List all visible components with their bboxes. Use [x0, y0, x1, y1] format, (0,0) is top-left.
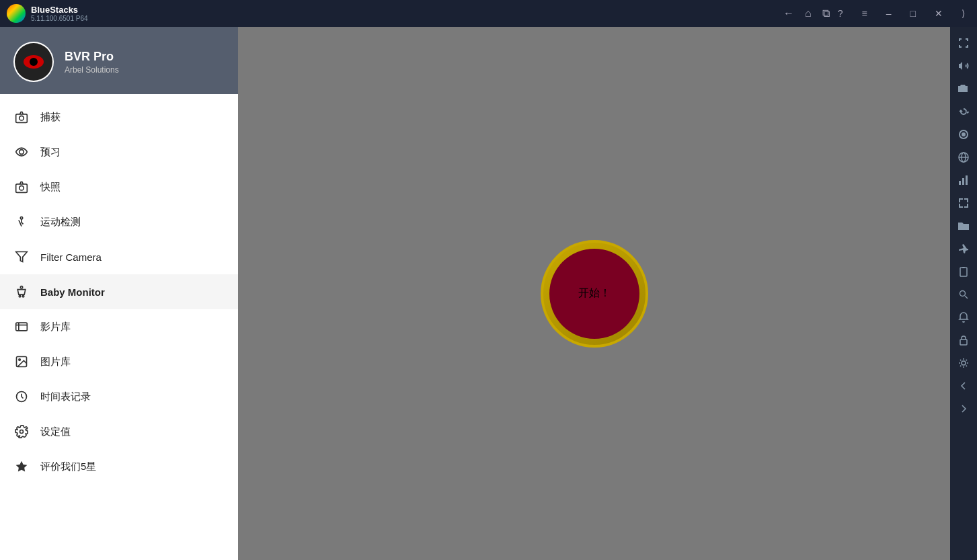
- multi-window-button[interactable]: ⧉: [820, 5, 832, 22]
- photo-icon: [13, 354, 30, 370]
- sidebar-item-time[interactable]: 时间表记录: [0, 379, 238, 414]
- video-icon: [13, 319, 30, 335]
- svg-point-2: [19, 150, 24, 155]
- sidebar-item-label-motion: 运动检测: [40, 216, 81, 229]
- sidebar-item-label-photo: 图片库: [40, 356, 71, 368]
- sidebar-toggle-button[interactable]: ⟩: [956, 5, 970, 22]
- svg-rect-28: [962, 267, 965, 268]
- svg-point-4: [19, 186, 24, 190]
- svg-rect-25: [962, 178, 964, 185]
- baby-icon: [13, 284, 30, 300]
- sidebar-item-label-preview: 预习: [40, 146, 61, 159]
- minimize-button[interactable]: –: [881, 5, 897, 22]
- title-bar-controls: ? ≡ – □ ✕ ⟩: [832, 5, 970, 22]
- back-button[interactable]: ←: [781, 5, 797, 22]
- sidebar-item-snapshot[interactable]: 快照: [0, 169, 238, 204]
- svg-point-8: [19, 295, 21, 297]
- svg-point-9: [22, 295, 24, 297]
- svg-point-32: [962, 361, 966, 365]
- svg-point-29: [960, 291, 966, 296]
- start-button-outer[interactable]: 开始！: [541, 240, 648, 348]
- sidebar-app-author: Arbel Solutions: [65, 65, 119, 75]
- toolbar-record-button[interactable]: [951, 124, 976, 145]
- toolbar-volume-button[interactable]: [951, 55, 976, 77]
- toolbar-clipboard-button[interactable]: [951, 261, 976, 282]
- toolbar-fullscreen-button[interactable]: [951, 32, 976, 54]
- svg-rect-31: [960, 339, 967, 345]
- help-button[interactable]: ?: [832, 5, 849, 22]
- svg-rect-27: [960, 268, 967, 276]
- sidebar-app-name: BVR Pro: [65, 50, 119, 64]
- right-toolbar: [950, 27, 977, 560]
- svg-point-5: [20, 217, 22, 219]
- svg-line-30: [965, 296, 968, 298]
- toolbar-settings-button[interactable]: [951, 352, 976, 374]
- title-bar-app-name: BlueStacks: [31, 5, 774, 15]
- app-icon-eye: [24, 55, 44, 69]
- svg-point-16: [20, 430, 24, 434]
- svg-point-1: [19, 116, 24, 120]
- sidebar-item-rate[interactable]: 评价我们5星: [0, 449, 238, 484]
- toolbar-resize-button[interactable]: [951, 192, 976, 214]
- toolbar-airplane-button[interactable]: [951, 238, 976, 259]
- sidebar-item-label-capture: 捕获: [40, 111, 61, 124]
- filter-icon: [13, 249, 30, 265]
- sidebar-item-label-video: 影片库: [40, 321, 71, 333]
- svg-point-20: [962, 132, 966, 136]
- time-icon: [13, 389, 30, 405]
- sidebar-item-settings[interactable]: 设定值: [0, 414, 238, 449]
- svg-marker-6: [16, 252, 28, 262]
- sidebar-item-label-time: 时间表记录: [40, 391, 91, 403]
- sidebar-item-motion[interactable]: 运动检测: [0, 204, 238, 239]
- close-button[interactable]: ✕: [929, 5, 948, 22]
- settings-icon: [13, 424, 30, 440]
- maximize-button[interactable]: □: [905, 5, 921, 22]
- svg-point-14: [19, 359, 20, 361]
- start-button-container: 开始！: [541, 240, 648, 348]
- title-bar-version: 5.11.100.6501 P64: [31, 15, 774, 22]
- preview-icon: [13, 144, 30, 160]
- start-button[interactable]: 开始！: [549, 249, 639, 339]
- toolbar-search-button[interactable]: [951, 284, 976, 305]
- sidebar-item-baby[interactable]: Baby Monitor: [0, 274, 238, 309]
- svg-marker-17: [16, 461, 28, 472]
- sidebar-header: BVR Pro Arbel Solutions: [0, 27, 238, 94]
- home-button[interactable]: ⌂: [802, 5, 814, 22]
- sidebar-item-label-baby: Baby Monitor: [40, 286, 105, 298]
- rate-icon: [13, 458, 30, 475]
- sidebar-item-video[interactable]: 影片库: [0, 309, 238, 344]
- sidebar-item-label-snapshot: 快照: [40, 181, 61, 194]
- sidebar: BVR Pro Arbel Solutions 捕获预习快照运动检测Filter…: [0, 27, 238, 560]
- toolbar-camera-button[interactable]: [951, 78, 976, 99]
- sidebar-item-photo[interactable]: 图片库: [0, 344, 238, 379]
- toolbar-global-button[interactable]: [951, 147, 976, 168]
- capture-icon: [13, 109, 30, 125]
- snapshot-icon: [13, 179, 30, 195]
- sidebar-app-info: BVR Pro Arbel Solutions: [65, 50, 119, 75]
- title-bar-app-info: BlueStacks 5.11.100.6501 P64: [31, 5, 774, 23]
- svg-rect-24: [959, 181, 961, 185]
- menu-button[interactable]: ≡: [857, 5, 873, 22]
- bluestacks-logo: [7, 4, 26, 23]
- sidebar-item-label-filter: Filter Camera: [40, 251, 102, 263]
- toolbar-rotate-button[interactable]: [951, 101, 976, 122]
- sidebar-item-label-settings: 设定值: [40, 426, 71, 438]
- title-bar: BlueStacks 5.11.100.6501 P64 ← ⌂ ⧉ ? ≡ –…: [0, 0, 977, 27]
- app-icon-inner: [15, 43, 52, 81]
- sidebar-item-filter[interactable]: Filter Camera: [0, 239, 238, 274]
- motion-icon: [13, 214, 30, 230]
- sidebar-item-preview[interactable]: 预习: [0, 134, 238, 169]
- title-bar-nav: ← ⌂ ⧉: [781, 5, 832, 22]
- toolbar-folder-button[interactable]: [951, 215, 976, 237]
- sidebar-item-capture[interactable]: 捕获: [0, 99, 238, 134]
- toolbar-forward-button[interactable]: [951, 398, 976, 419]
- sidebar-menu: 捕获预习快照运动检测Filter CameraBaby Monitor影片库图片…: [0, 94, 238, 560]
- app-icon: [13, 42, 54, 82]
- sidebar-item-label-rate: 评价我们5星: [40, 461, 96, 473]
- toolbar-back-button[interactable]: [951, 375, 976, 397]
- start-button-text: 开始！: [578, 286, 611, 301]
- toolbar-notification-button[interactable]: [951, 307, 976, 328]
- svg-rect-26: [966, 175, 968, 185]
- toolbar-stats-button[interactable]: [951, 169, 976, 191]
- toolbar-lock-button[interactable]: [951, 329, 976, 351]
